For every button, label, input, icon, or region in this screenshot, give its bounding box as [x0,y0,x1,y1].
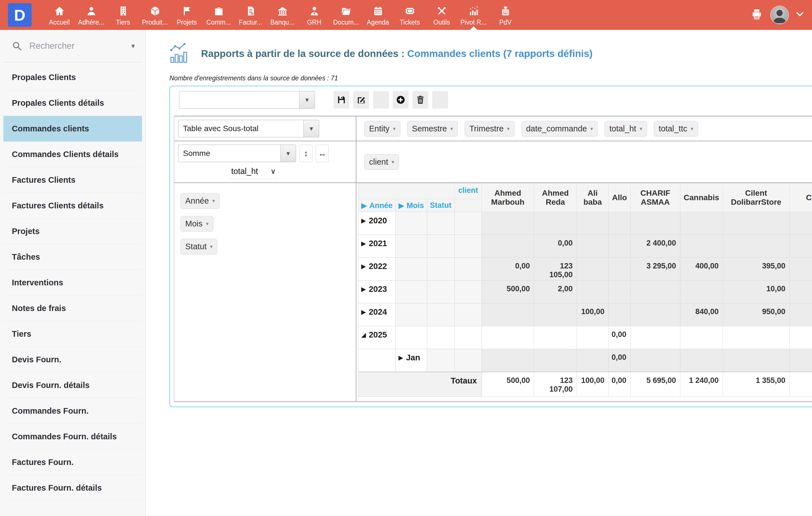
chevron-down-icon[interactable] [796,11,804,18]
row-axis-label-Année[interactable]: ▶Année [358,199,396,212]
nav-item-home[interactable]: Accueil [44,0,75,30]
collapsed-arrow-icon[interactable]: ▶ [398,201,404,210]
nav-item-pos[interactable]: PdV [489,0,521,30]
nav-item-documents[interactable]: Docum... [330,0,362,30]
dolibarr-logo[interactable]: D [8,3,32,27]
sidebar-item[interactable]: Commandes Fourn. détails [3,424,142,450]
search-dropdown-caret-icon[interactable]: ▾ [132,42,135,50]
pivot-attr-Mois[interactable]: Mois▾ [180,216,213,231]
select-caret-icon[interactable]: ▾ [280,145,296,162]
aggregator-field-select[interactable]: total_ht ∨ [228,167,279,179]
add-report-button[interactable] [393,91,409,109]
collapsed-arrow-icon[interactable]: ▶ [398,354,403,361]
sidebar-item[interactable]: Commandes clients [3,116,142,142]
row-axis-label-Mois[interactable]: ▶Mois [396,199,427,212]
pivot-attr-total_ht[interactable]: total_ht▾ [605,121,647,137]
delete-report-button[interactable] [412,91,428,109]
nav-item-pivot[interactable]: Pivot R... [458,0,489,30]
collapsed-arrow-icon[interactable]: ▶ [361,286,366,293]
row-sort-button[interactable]: ↕ [299,145,312,162]
sidebar-item[interactable]: Devis Fourn. [3,347,142,372]
pivot-attr-Trimestre[interactable]: Trimestre▾ [465,121,515,137]
select-caret-icon[interactable]: ▾ [303,120,319,137]
pivot-attr-total_ttc[interactable]: total_ttc▾ [654,121,698,137]
nav-item-member[interactable]: Adhére... [75,0,107,30]
edit-report-button[interactable] [353,91,369,109]
row-label-2022[interactable]: ▶2022 [358,258,396,281]
col-sort-button[interactable]: ↔ [316,145,329,162]
nav-item-product[interactable]: Produit... [139,0,171,30]
toolbar-blank-button[interactable] [373,91,389,109]
pivot-attr-Statut[interactable]: Statut▾ [180,239,218,254]
attr-caret-icon[interactable]: ▾ [212,198,215,204]
pivot-attr-Semestre[interactable]: Semestre▾ [407,121,458,137]
pivot-value-cell [608,212,631,235]
save-report-button[interactable] [334,91,349,109]
search-input[interactable]: Rechercher [29,41,132,51]
pivot-total-cell: 0,00 [608,372,631,397]
sidebar-item[interactable]: Tiers [3,321,142,347]
row-axis-label-Statut[interactable]: Statut [427,199,455,212]
nav-item-commerce[interactable]: Comm... [203,0,235,30]
attr-caret-icon[interactable]: ▾ [507,125,510,132]
col-axis-label[interactable]: client [455,183,482,199]
sidebar-item[interactable]: Interventions [3,270,142,295]
attr-caret-icon[interactable]: ▾ [450,125,453,132]
sidebar-item[interactable]: Notes de frais [3,295,142,321]
nav-item-project[interactable]: Projets [171,0,203,30]
row-label-2025[interactable]: ◢2025 [358,326,396,349]
sidebar-item[interactable]: Propales Clients [3,64,142,90]
sidebar-item[interactable]: Propales Clients détails [3,90,142,116]
pivot-attr-Entity[interactable]: Entity▾ [364,121,400,137]
print-icon[interactable] [751,8,763,22]
renderer-select[interactable]: Table avec Sous-total ▾ [178,120,319,137]
nav-item-bank[interactable]: Banqu... [266,0,298,30]
row-header-empty-cell [396,212,427,235]
select-caret-icon[interactable]: ▾ [299,91,315,108]
row-label-2024[interactable]: ▶2024 [358,304,396,326]
sidebar-item[interactable]: Factures Fourn. [3,450,142,475]
collapsed-arrow-icon[interactable]: ▶ [361,217,366,224]
sidebar-item[interactable]: Devis Fourn. détails [3,372,142,398]
attr-caret-icon[interactable]: ▾ [392,159,395,165]
sidebar-item[interactable]: Factures Fourn. détails [3,475,142,501]
nav-item-billing[interactable]: $Factur... [235,0,266,30]
toolbar-blank-button[interactable] [432,91,448,109]
pivot-value-cell [789,304,812,326]
attr-caret-icon[interactable]: ▾ [206,221,209,227]
sidebar-item[interactable]: Commandes Fourn. [3,398,142,424]
sidebar-item[interactable]: Projets [3,219,142,244]
user-avatar[interactable] [770,6,789,24]
pivot-attr-Année[interactable]: Année▾ [180,193,220,209]
attr-caret-icon[interactable]: ▾ [210,243,213,250]
nav-item-agenda[interactable]: Agenda [362,0,394,30]
nav-item-ticket[interactable]: Tickets [394,0,426,30]
row-label-2023[interactable]: ▶2023 [358,281,396,304]
nav-item-hrm[interactable]: GRH [298,0,330,30]
collapsed-arrow-icon[interactable]: ▶ [361,240,366,247]
collapsed-arrow-icon[interactable]: ▶ [361,309,366,316]
sidebar-item[interactable]: Commandes Clients détails [3,142,142,167]
sidebar-search[interactable]: Rechercher ▾ [3,30,142,62]
row-label-Jan[interactable]: ▶Jan [396,349,427,372]
pivot-attr-client[interactable]: client▾ [364,154,399,170]
collapsed-arrow-icon[interactable]: ▶ [361,263,366,270]
nav-item-tools[interactable]: Outils [426,0,458,30]
row-label-2020[interactable]: ▶2020 [358,212,396,235]
collapsed-arrow-icon[interactable]: ▶ [361,201,367,210]
pivot-attr-date_commande[interactable]: date_commande▾ [521,121,598,137]
row-header-spacer-cell [455,349,482,372]
report-select[interactable]: ▾ [179,91,315,109]
expanded-arrow-icon[interactable]: ◢ [361,331,366,338]
attr-caret-icon[interactable]: ▾ [691,125,693,132]
attr-caret-icon[interactable]: ▾ [639,125,642,132]
row-label-2021[interactable]: ▶2021 [358,235,396,258]
sidebar-item[interactable]: Factures Clients détails [3,193,142,219]
aggregator-select[interactable]: Somme ▾ [178,145,296,162]
sidebar-item[interactable]: Factures Clients [3,167,142,193]
nav-item-third-party[interactable]: Tiers [107,0,139,30]
sidebar-item[interactable]: Tâches [3,244,142,270]
attr-caret-icon[interactable]: ▾ [590,125,593,132]
title-datasource-link[interactable]: Commandes clients ( [407,48,506,59]
attr-caret-icon[interactable]: ▾ [393,125,396,132]
